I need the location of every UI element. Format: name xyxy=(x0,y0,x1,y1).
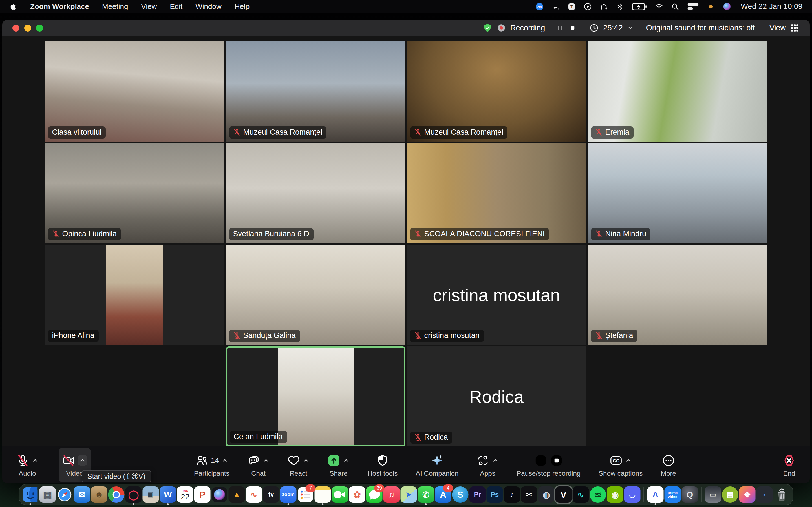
audio-options-caret[interactable] xyxy=(32,457,38,464)
battery-icon[interactable] xyxy=(632,3,647,11)
dock-item-map-thumbnail[interactable]: ▪ xyxy=(756,487,773,503)
fullscreen-window-button[interactable] xyxy=(36,24,43,32)
dock-item-calendar[interactable]: JAN22 xyxy=(177,487,193,503)
video-tile[interactable]: Eremia xyxy=(588,41,767,142)
dock-item-geforce[interactable]: ◉ xyxy=(607,487,623,503)
video-tile[interactable]: RodicaRodica xyxy=(407,346,587,446)
zm-badge[interactable]: zm xyxy=(536,3,544,11)
pause-recording-icon[interactable] xyxy=(556,24,564,32)
dock-item-prime-video[interactable]: primevideo xyxy=(665,487,681,503)
pause-recording-icon[interactable] xyxy=(534,454,563,467)
react-options-caret[interactable] xyxy=(303,457,309,464)
video-tile[interactable]: Opinca Liudmila xyxy=(45,143,224,243)
video-tile[interactable]: SCOALA DIACONU CORESI FIENI xyxy=(407,143,587,243)
wifi-icon[interactable] xyxy=(655,3,663,11)
participants-options-caret[interactable] xyxy=(221,457,228,464)
siri-icon[interactable] xyxy=(723,3,731,11)
dock-item-nordvpn[interactable]: Λ xyxy=(647,487,664,503)
react-button[interactable]: React xyxy=(284,448,313,482)
menubar-menu-view[interactable]: View xyxy=(141,2,157,11)
dock-item-music[interactable]: ♫ xyxy=(384,487,400,503)
dock-item-v-editor[interactable]: V xyxy=(555,487,572,503)
dock-item-powerpoint[interactable]: P xyxy=(194,487,211,503)
search-icon[interactable] xyxy=(671,3,679,11)
original-sound-status[interactable]: Original sound for musicians: off xyxy=(646,24,755,33)
dock-item-notes[interactable]: — xyxy=(315,487,331,503)
dock-item-apple-tv[interactable]: tv xyxy=(263,487,280,503)
dock-item-creative-cloud-folder[interactable]: ❖ xyxy=(739,487,756,503)
headphones-icon[interactable] xyxy=(600,3,608,11)
dock-item-skype[interactable]: S xyxy=(452,487,469,503)
dock-item-photos[interactable]: ✿ xyxy=(349,487,365,503)
video-tile[interactable]: Nina Mindru xyxy=(588,143,767,243)
dock-item-trash[interactable] xyxy=(774,487,790,503)
dock-item-maps[interactable]: ➤ xyxy=(401,487,417,503)
dock-item-reminders[interactable]: 7 xyxy=(297,487,314,503)
dock-item-premiere-pro[interactable]: Pr xyxy=(469,487,486,503)
peak-icon[interactable] xyxy=(552,3,560,11)
dock-item-obs[interactable]: ◍ xyxy=(538,487,555,503)
security-shield-icon[interactable] xyxy=(483,23,492,33)
video-tile[interactable]: Ce an Ludmila xyxy=(226,346,405,446)
dock-item-launchpad[interactable]: ▦ xyxy=(40,487,56,503)
more-button[interactable]: More xyxy=(657,448,679,482)
share-options-caret[interactable] xyxy=(343,457,349,464)
pause-stop-recording-button[interactable]: Pause/stop recording xyxy=(513,448,584,482)
dock-item-contacts[interactable]: ☻ xyxy=(91,487,107,503)
dock-item-messages[interactable]: 39 xyxy=(366,487,383,503)
apple-menu-icon[interactable] xyxy=(10,3,17,10)
dock-item-quicktime[interactable]: Q xyxy=(682,487,698,503)
menubar-clock[interactable]: Wed 22 Jan 10:09 xyxy=(741,2,802,11)
close-window-button[interactable] xyxy=(12,24,19,32)
dock-item-safari[interactable] xyxy=(57,487,73,503)
apps-button[interactable]: Apps xyxy=(473,448,502,482)
video-tile[interactable]: Svetlana Buruiana 6 D xyxy=(226,143,405,243)
dock-item-drawing-app[interactable]: ∿ xyxy=(246,487,262,503)
video-tile[interactable]: Ștefania xyxy=(588,245,767,345)
menubar-menu-window[interactable]: Window xyxy=(195,2,221,11)
apps-options-caret[interactable] xyxy=(492,457,499,464)
orange-dot-icon[interactable] xyxy=(707,3,715,11)
video-tile[interactable]: Muzeul Casa Romanței xyxy=(407,41,587,142)
video-tile[interactable]: iPhone Alina xyxy=(45,245,224,345)
dock-item-uploader-app[interactable]: ▤ xyxy=(722,487,739,503)
dock-item-wave-app[interactable]: ∿ xyxy=(573,487,589,503)
minimize-window-button[interactable] xyxy=(24,24,31,32)
audio-button[interactable]: Audio xyxy=(13,448,42,482)
end-button[interactable]: End xyxy=(779,453,799,477)
dock-item-photoshop[interactable]: Ps xyxy=(487,487,503,503)
dock-item-finder[interactable] xyxy=(22,487,39,503)
control-center-icon[interactable] xyxy=(687,3,699,11)
show-captions-options-caret[interactable] xyxy=(625,457,631,464)
dock-item-spotify[interactable]: ≋ xyxy=(590,487,606,503)
dock-item-tiktok[interactable]: ♪ xyxy=(504,487,520,503)
video-options-caret[interactable] xyxy=(78,455,87,466)
dock-item-opera-gx[interactable]: ◯ xyxy=(125,487,142,503)
video-tile[interactable]: cristina mosutancristina mosutan xyxy=(407,245,587,345)
dock-item-mail[interactable]: ✉ xyxy=(74,487,90,503)
dock-item-discord[interactable]: ◡ xyxy=(624,487,641,503)
chat-button[interactable]: Chat xyxy=(244,448,273,482)
menubar-menu-zoom-workplace[interactable]: Zoom Workplace xyxy=(30,2,89,11)
timer-chevron-icon[interactable] xyxy=(627,24,634,31)
show-captions-button[interactable]: CCShow captions xyxy=(595,448,646,482)
video-tile[interactable]: Sanduța Galina xyxy=(226,245,405,345)
share-button[interactable]: Share xyxy=(324,448,353,482)
dock-item-word[interactable]: W xyxy=(160,487,176,503)
dock-item-capcut[interactable]: ✂ xyxy=(521,487,538,503)
host-tools-button[interactable]: Host tools xyxy=(364,448,401,482)
menubar-menu-edit[interactable]: Edit xyxy=(170,2,183,11)
dock-item-chrome[interactable] xyxy=(108,487,124,503)
video-tile[interactable]: Muzeul Casa Romanței xyxy=(226,41,405,142)
menubar-menu-meeting[interactable]: Meeting xyxy=(102,2,128,11)
view-button[interactable]: View xyxy=(769,24,786,33)
dock-item-preview-thumbnail[interactable]: ▣ xyxy=(143,487,159,503)
dock-item-zoom[interactable]: zoom xyxy=(280,487,297,503)
dock-item-facetime[interactable] xyxy=(332,487,348,503)
stop-recording-icon[interactable] xyxy=(568,24,577,32)
video-tile[interactable]: Clasa viitorului xyxy=(45,41,224,142)
view-grid-icon[interactable] xyxy=(790,23,800,33)
t-app-icon[interactable]: T xyxy=(567,3,576,11)
chat-options-caret[interactable] xyxy=(263,457,269,464)
dock-item-flame-app[interactable]: ▲ xyxy=(229,487,245,503)
